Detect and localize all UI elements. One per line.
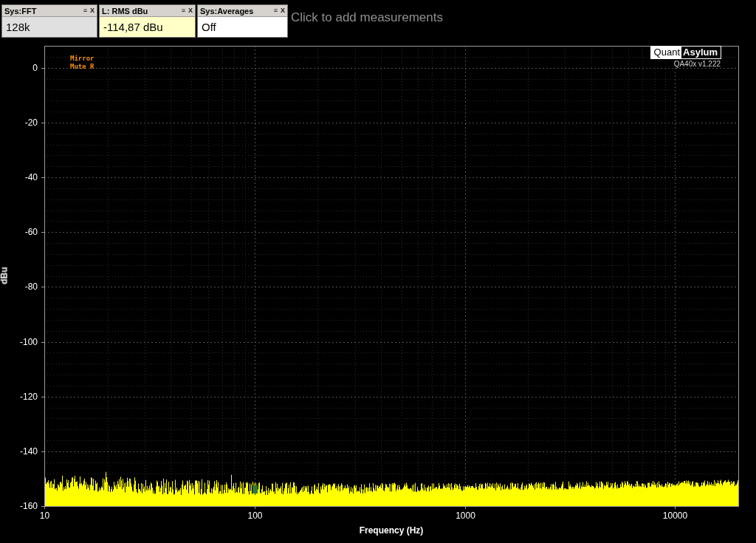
- x-axis-title: Frequency (Hz): [44, 525, 738, 536]
- menu-icon[interactable]: ≡: [274, 7, 278, 14]
- measurement-panel[interactable]: L: RMS dBu ≡ X -114,87 dBu: [99, 4, 196, 38]
- logo-asylum: Asylum: [681, 47, 721, 58]
- menu-icon[interactable]: ≡: [83, 7, 87, 14]
- logo-quant: Quant: [651, 47, 681, 58]
- plot-status-flags: Mirror Mute R: [70, 55, 94, 71]
- y-axis-title: dBu: [0, 267, 10, 284]
- measurement-panel[interactable]: Sys:FFT ≡ X 128k: [1, 4, 97, 38]
- brand-block: QuantAsylum QA40x v1.222: [650, 45, 721, 68]
- panel-header[interactable]: Sys:Averages ≡ X: [198, 5, 287, 17]
- close-icon[interactable]: X: [90, 7, 94, 14]
- mute-r-flag: Mute R: [70, 63, 94, 71]
- panel-value[interactable]: -114,87 dBu: [100, 17, 195, 37]
- mirror-flag: Mirror: [70, 55, 94, 63]
- panel-header[interactable]: Sys:FFT ≡ X: [2, 5, 97, 17]
- qa40x-window: Sys:FFT ≡ X 128k L: RMS dBu ≡ X -114,87 …: [0, 0, 756, 543]
- menu-icon[interactable]: ≡: [182, 7, 185, 14]
- spectrum-canvas[interactable]: [0, 0, 756, 543]
- panel-value[interactable]: 128k: [2, 17, 97, 37]
- close-icon[interactable]: X: [281, 7, 285, 14]
- panel-title: Sys:FFT: [4, 7, 36, 16]
- close-icon[interactable]: X: [188, 7, 193, 14]
- panel-header[interactable]: L: RMS dBu ≡ X: [100, 5, 195, 17]
- panel-value[interactable]: Off: [198, 17, 287, 37]
- panel-title: L: RMS dBu: [102, 7, 148, 16]
- add-measurement-hint[interactable]: Click to add measurements: [291, 10, 443, 25]
- panel-title: Sys:Averages: [200, 7, 253, 16]
- version-label: QA40x v1.222: [650, 60, 721, 68]
- measurement-panel[interactable]: Sys:Averages ≡ X Off: [197, 4, 288, 38]
- quantasylum-logo: QuantAsylum: [650, 46, 721, 59]
- measurement-toolbar: Sys:FFT ≡ X 128k L: RMS dBu ≡ X -114,87 …: [1, 4, 288, 38]
